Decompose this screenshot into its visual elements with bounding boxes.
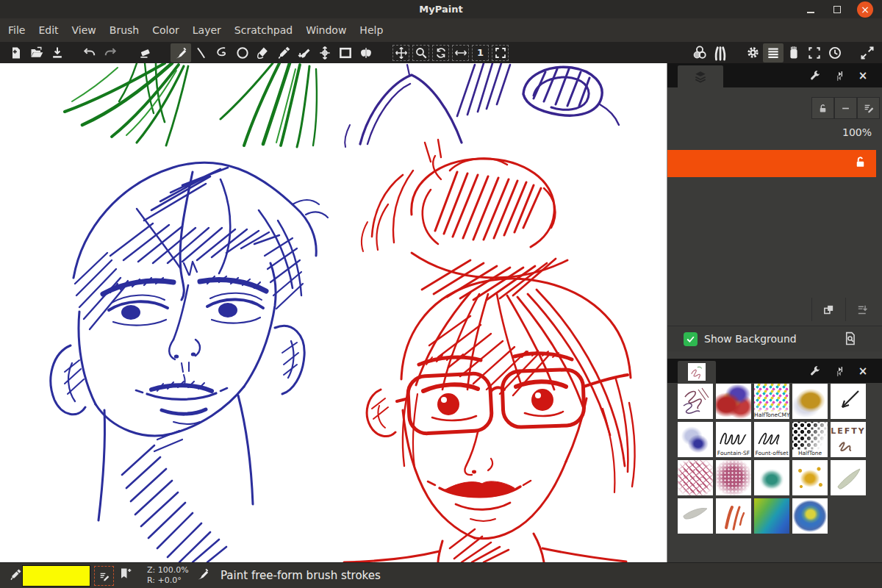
brush-tile-pink-hatch[interactable] [678,460,713,495]
pan-arrows-icon [395,46,408,60]
free-select-button[interactable] [212,43,232,62]
current-color-swatch[interactable] [22,565,90,587]
duplicate-layer-button[interactable] [811,298,845,321]
layer-remove-button[interactable] [834,97,857,119]
menu-help[interactable]: Help [353,21,390,40]
menu-color[interactable]: Color [146,21,186,40]
background-chooser-icon[interactable] [843,331,857,345]
brush-panel-tab[interactable] [678,361,716,383]
menu-scratchpad[interactable]: Scratchpad [228,21,299,40]
ellipse-button[interactable] [232,43,253,62]
brush-tile-arrow[interactable] [831,384,866,419]
layers-icon [693,69,708,84]
new-file-button[interactable] [6,43,26,62]
frame-toggle-button[interactable] [804,43,825,62]
brush-tile-fountain-sf[interactable]: Fountain-SF [716,422,751,457]
lasso-icon [215,46,229,60]
history-button[interactable] [825,43,845,62]
brush-tile-pink-dots[interactable] [716,460,751,495]
save-icon [50,46,65,60]
menu-brush[interactable]: Brush [103,21,146,40]
rotate-view-button[interactable] [431,43,451,62]
brush-tile-halftone-cmy[interactable]: HalfToneCMY [754,384,789,419]
brush-tile-grey-feather[interactable] [678,498,713,534]
brush-detach-icon[interactable] [831,363,848,379]
toolbar: 1 [0,42,882,63]
brush-tile-halftone[interactable]: HalfTone [792,422,828,457]
move-layer-button[interactable] [315,43,335,62]
flood-fill-button[interactable] [294,43,315,62]
pan-view-button[interactable] [391,43,411,62]
fullscreen-button[interactable] [857,43,878,62]
menu-file[interactable]: File [1,21,32,40]
brush-tile-paint-smear[interactable] [716,384,751,419]
brush-tile-sketch[interactable] [678,384,713,419]
active-tool-icon [196,567,210,581]
brush-tile-blue-splatter[interactable] [678,422,713,457]
selected-layer-row[interactable] [667,150,876,177]
brush-tile-lefty[interactable]: LEFTY [831,422,866,457]
brush-wrench-icon[interactable] [806,363,823,379]
redo-icon [103,46,118,60]
dropper-icon[interactable] [9,568,22,581]
layer-edit-modes-button[interactable] [857,97,880,119]
reset-zoom-button[interactable]: 1 [470,43,490,62]
color-details-button[interactable] [94,566,114,586]
drawing-canvas[interactable] [0,63,667,562]
canvas-sketch-green-strokes [65,63,317,147]
brush-settings-button[interactable] [763,43,784,62]
save-file-button[interactable] [47,43,68,62]
layers-close-icon[interactable]: × [854,68,872,84]
eraser-button[interactable] [135,43,156,62]
undo-button[interactable] [79,43,100,62]
new-file-icon [9,46,24,60]
mirror-view-button[interactable] [451,43,470,62]
brush-tile-gold-smear[interactable] [792,384,828,419]
layer-unlocked-icon[interactable] [853,155,867,169]
menu-window[interactable]: Window [299,21,353,40]
brush-tile-fount-offset[interactable]: Fount-offset [754,422,789,457]
brush-tile-blue-yellow-blob[interactable] [792,498,828,534]
menu-layer[interactable]: Layer [186,21,228,40]
brush-settings-bars-icon [766,46,781,60]
brush-tile-orange-strokes[interactable] [716,498,751,534]
zoom-view-button[interactable] [411,43,431,62]
close-button[interactable]: × [857,1,873,18]
tool-description: Paint free-form brush strokes [220,569,381,582]
layers-detach-icon[interactable] [831,68,848,84]
scratchpad-button[interactable] [784,43,804,62]
brush-tile-teal-blob[interactable] [754,460,789,495]
brush-tile-sage-feather[interactable] [831,460,866,495]
layer-lock-button[interactable] [811,97,834,119]
brush-tile-gold-splatter[interactable] [792,460,828,495]
menu-edit[interactable]: Edit [32,21,65,40]
show-background-checkbox[interactable] [684,332,698,346]
layers-panel-tab[interactable] [678,65,723,87]
magnifier-icon [415,46,428,60]
merge-down-button[interactable] [845,298,879,321]
color-window-button[interactable] [689,43,710,62]
brush-tile-green-blue-noise[interactable] [754,498,789,534]
frame-edit-button[interactable] [335,43,356,62]
inking-tool-button[interactable] [253,43,273,62]
bookmark-add-icon[interactable] [118,567,132,581]
brush-close-icon[interactable]: × [854,363,872,379]
redo-button[interactable] [100,43,121,62]
layers-wrench-icon[interactable] [806,68,823,84]
open-file-button[interactable] [26,43,47,62]
menu-view[interactable]: View [65,21,103,40]
open-folder-icon [29,46,44,60]
gear-icon [745,45,761,60]
butterfly-icon [359,46,373,60]
freehand-brush-button[interactable] [171,43,191,62]
layers-panel-header: × [667,63,882,87]
fit-view-button[interactable] [490,43,510,62]
brush-list-button[interactable] [710,43,731,62]
mirror-arrows-icon [454,46,467,60]
color-picker-button[interactable] [273,43,294,62]
maximize-button[interactable] [829,1,845,18]
preferences-button[interactable] [742,43,763,62]
symmetry-button[interactable] [356,43,376,62]
straight-line-button[interactable] [191,43,212,62]
minimize-button[interactable] [803,1,819,18]
